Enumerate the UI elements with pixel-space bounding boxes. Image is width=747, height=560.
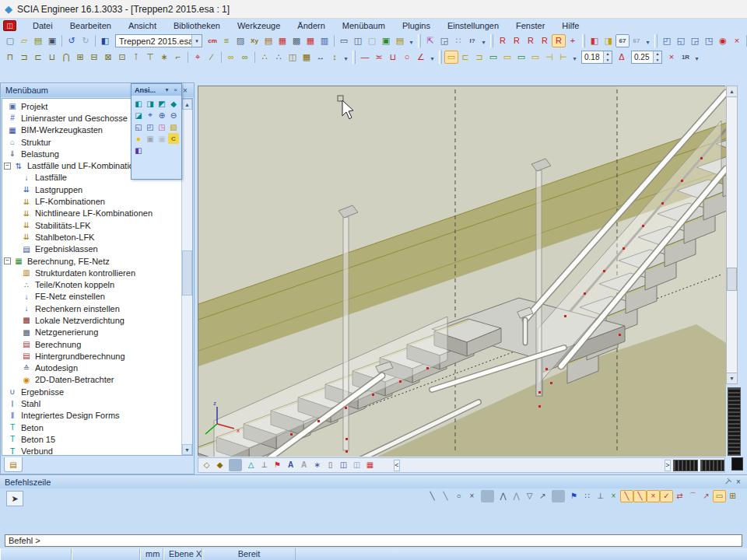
spin-up-icon[interactable]: ▲ [654, 51, 661, 58]
member-info-icon[interactable]: I? [465, 34, 479, 47]
beam-icon[interactable]: ⊐ [17, 51, 31, 64]
numbering-off-icon[interactable]: 67 [630, 34, 644, 47]
toolbar-dropdown-icon[interactable]: ▾ [163, 86, 171, 93]
rafter-icon[interactable]: ⊏ [31, 51, 45, 64]
properties-panel-icon[interactable]: ◨ [601, 34, 615, 47]
render-settings-icon[interactable]: ▨ [233, 34, 247, 47]
viewport-rotate-bar-1[interactable] [673, 460, 698, 471]
view-toolbar-header[interactable]: Ansi... ▾ × [132, 84, 181, 96]
menu-datei[interactable]: Datei [24, 19, 61, 32]
pointer-mode-button[interactable]: ➤ [6, 491, 23, 506]
overflow-chevron[interactable]: ▾ [570, 51, 579, 64]
calculator-icon[interactable]: ⊞ [726, 490, 739, 502]
structure-service-icon[interactable]: ◰ [660, 34, 674, 47]
menu-einstellungen[interactable]: Einstellungen [439, 19, 507, 32]
tree-item-integriertes-design-forms[interactable]: ‖ Integriertes Design Forms [2, 410, 192, 422]
edit-geometry-icon[interactable]: ⌖ [191, 51, 205, 64]
save-all-icon[interactable]: ▤ [31, 34, 45, 47]
supports-icon[interactable]: ∞ [238, 51, 252, 64]
units-icon[interactable]: cm [205, 34, 219, 47]
activity-left-icon[interactable]: ⊣ [542, 51, 556, 64]
labels-on-icon[interactable]: A [284, 459, 297, 471]
new-project-icon[interactable]: ▢ [3, 34, 17, 47]
view-perspective-icon[interactable]: ◪ [133, 110, 144, 121]
overflow-chevron[interactable]: ▾ [693, 51, 701, 64]
gallery-icon[interactable]: ▦ [275, 34, 289, 47]
expand-box-icon[interactable] [4, 163, 11, 170]
column-icon[interactable]: ⊓ [3, 51, 17, 64]
tree-item-teile-knoten-koppeln[interactable]: ∴ Teile/Knoten koppeln [2, 278, 192, 290]
scroll-thumb[interactable] [182, 250, 192, 296]
scroll-track[interactable] [182, 110, 192, 444]
spinner-arrows[interactable]: ▲▼ [653, 51, 661, 63]
activity-select-icon[interactable]: ▭ [500, 51, 514, 64]
cursor-edge-icon[interactable]: ⋀ [510, 490, 523, 502]
view-params-1-icon[interactable]: ◫ [337, 459, 350, 471]
menu-plugins[interactable]: Plugins [394, 19, 439, 32]
close-icon[interactable]: × [733, 478, 744, 486]
zoom-window-icon[interactable]: ◱ [133, 121, 144, 132]
results-panel-icon[interactable]: ◧ [587, 34, 601, 47]
spin-up-icon[interactable]: ▲ [604, 51, 612, 58]
snap-endpoint-icon[interactable]: ╲ [620, 490, 633, 502]
snap-line-icon[interactable]: ╲ [426, 490, 439, 502]
spin-down-icon[interactable]: ▼ [604, 58, 612, 64]
catalog-block-icon[interactable]: ∗ [157, 51, 171, 64]
tree-item-autodesign[interactable]: ≙ Autodesign [2, 362, 192, 374]
save-icon[interactable]: ▣ [45, 34, 59, 47]
zoom-all-icon[interactable]: ◰ [145, 121, 156, 132]
light-icon[interactable]: ● [133, 133, 144, 144]
hinges-icon[interactable]: ∞ [224, 51, 238, 64]
dropdown-arrow-icon[interactable]: ▾ [191, 35, 202, 47]
print-data-icon[interactable]: ▢ [365, 34, 379, 47]
snap-orthopoint-icon[interactable]: ✓ [660, 490, 673, 502]
activity-right-icon[interactable]: ⊢ [556, 51, 570, 64]
tree-item-berechnung-fe-netz[interactable]: ▦ Berechnung, FE-Netz [2, 255, 192, 267]
scroll-down-icon[interactable]: ▼ [182, 444, 192, 455]
scroll-right-icon[interactable]: > [665, 460, 671, 471]
menu-ansicht[interactable]: Ansicht [120, 19, 165, 32]
scroll-thumb[interactable] [727, 268, 737, 291]
plate-icon[interactable]: ⊟ [87, 51, 101, 64]
show-axes-icon[interactable]: ∗ [310, 459, 324, 471]
overflow-chevron[interactable]: ▾ [342, 51, 350, 64]
tree-item-berechnung[interactable]: ▤ Berechnung [2, 338, 192, 350]
tree-item-strukturdaten-kontrollieren[interactable]: ▥ Strukturdaten kontrollieren [2, 267, 192, 278]
cursor-node-icon[interactable]: ⋀ [496, 490, 510, 502]
view-params-2-icon[interactable]: ◫ [350, 459, 363, 471]
tree-item-ergebnisklassen[interactable]: ▤ Ergebnisklassen [2, 243, 192, 255]
menu-menuebaum[interactable]: Menübaum [334, 19, 394, 32]
stretch-elements-icon[interactable]: ↕ [328, 51, 342, 64]
render-solid-icon[interactable]: ◆ [213, 459, 226, 471]
window-3d-icon[interactable]: ◧ [133, 145, 144, 156]
tree-item-stahl[interactable]: I Stahl [2, 397, 192, 409]
point-grid-icon[interactable]: ∷ [451, 34, 465, 47]
doc-edit-icon[interactable]: ▤ [393, 34, 407, 47]
center-target-icon[interactable]: + [566, 34, 580, 47]
viewport-corner-button[interactable] [731, 457, 743, 471]
tree-item-lf-kombinationen[interactable]: ⇊ LF-Kombinationen [2, 195, 192, 207]
toolbar-close-icon[interactable]: × [171, 86, 180, 93]
menu-bearbeiten[interactable]: Bearbeiten [61, 19, 120, 32]
tree-scrollbar[interactable]: ▲ ▼ [181, 99, 192, 455]
scroll-down-icon[interactable]: ▼ [727, 373, 737, 383]
viewport-rotate-bar-vertical[interactable] [728, 387, 741, 456]
activity-invert-icon[interactable]: ▭ [486, 51, 500, 64]
ortho-icon[interactable]: × [607, 490, 620, 502]
tree-item-rechenkern-einstellen[interactable]: ↓ Rechenkern einstellen [2, 303, 192, 314]
scroll-left-icon[interactable]: < [394, 460, 400, 471]
display-scale-spinner[interactable]: 0.25 ▲▼ [631, 51, 662, 64]
clipboard-c-icon[interactable]: C [168, 133, 179, 144]
tree-item-beton-15[interactable]: T Beton 15 [2, 433, 192, 445]
dot-grid-icon[interactable]: ∷ [580, 490, 594, 502]
menu-aendern[interactable]: Ändern [289, 19, 333, 32]
view-x-icon[interactable]: ◧ [133, 98, 144, 109]
shell-icon[interactable]: ⊡ [115, 51, 129, 64]
scroll-track[interactable] [727, 97, 737, 373]
print-icon[interactable]: ▭ [337, 34, 351, 47]
scale-reset-icon[interactable]: × [665, 51, 679, 64]
dim-bracket-icon[interactable]: ⊔ [386, 51, 400, 64]
rib-icon[interactable]: ⊺ [129, 51, 143, 64]
activity-clip-icon[interactable]: ▭ [528, 51, 542, 64]
bracing-icon[interactable]: ⊔ [45, 51, 59, 64]
